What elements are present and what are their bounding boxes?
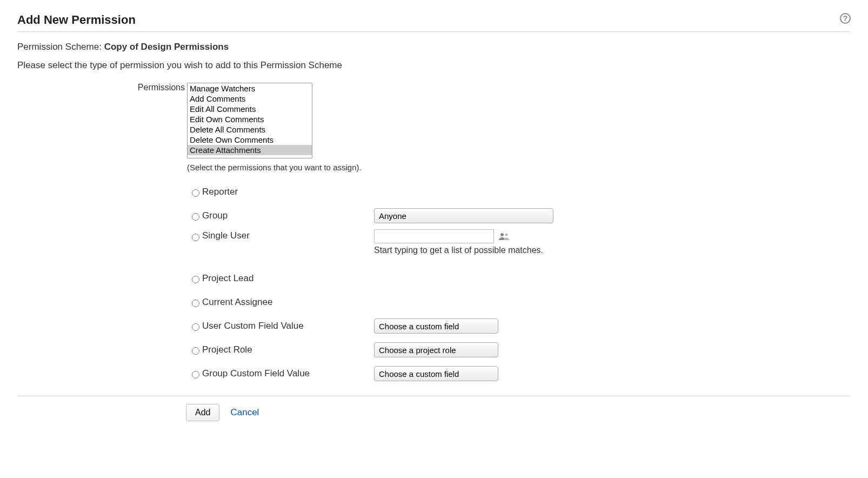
radio-single-user[interactable] xyxy=(192,233,199,242)
label-current-assignee: Current Assignee xyxy=(201,297,374,308)
permission-option[interactable]: Edit Own Comments xyxy=(188,114,312,124)
permission-option[interactable]: Delete Own Comments xyxy=(188,135,312,145)
permissions-multiselect[interactable]: Manage Watchers Add Comments Edit All Co… xyxy=(187,83,312,158)
label-group: Group xyxy=(201,210,374,221)
radio-current-assignee[interactable] xyxy=(192,299,199,308)
svg-point-1 xyxy=(505,233,508,236)
permission-option[interactable]: Edit All Comments xyxy=(188,104,312,114)
user-custom-field-select[interactable]: Choose a custom field xyxy=(374,318,498,334)
permission-option[interactable]: Delete All Comments xyxy=(188,124,312,135)
radio-project-role[interactable] xyxy=(192,347,199,355)
scheme-line: Permission Scheme: Copy of Design Permis… xyxy=(17,42,851,52)
radio-group-custom-field[interactable] xyxy=(192,370,199,379)
label-single-user: Single User xyxy=(201,229,374,241)
radio-group[interactable] xyxy=(192,213,199,221)
add-button[interactable]: Add xyxy=(186,404,219,421)
radio-project-lead[interactable] xyxy=(192,275,199,284)
svg-point-0 xyxy=(500,233,504,236)
permissions-label: Permissions xyxy=(17,83,185,92)
instruction-text: Please select the type of permission you… xyxy=(17,60,851,71)
cancel-link[interactable]: Cancel xyxy=(230,407,259,418)
single-user-input[interactable] xyxy=(374,229,494,243)
radio-user-custom-field[interactable] xyxy=(192,323,199,331)
label-project-role: Project Role xyxy=(201,344,374,355)
permission-option[interactable]: Manage Watchers xyxy=(188,83,312,94)
scheme-name: Copy of Design Permissions xyxy=(104,42,229,52)
project-role-select[interactable]: Choose a project role xyxy=(374,342,498,357)
user-picker-icon[interactable] xyxy=(498,232,510,241)
group-select[interactable]: Anyone xyxy=(374,208,553,223)
label-group-custom-field: Group Custom Field Value xyxy=(201,368,374,379)
permission-option[interactable]: Add Comments xyxy=(188,94,312,104)
label-project-lead: Project Lead xyxy=(201,273,374,284)
help-icon[interactable]: ? xyxy=(840,13,851,24)
group-custom-field-select[interactable]: Choose a custom field xyxy=(374,366,498,381)
permission-option[interactable]: Create Attachments xyxy=(188,145,312,155)
label-user-custom-field: User Custom Field Value xyxy=(201,321,374,331)
scheme-prefix: Permission Scheme: xyxy=(17,42,104,52)
footer-divider xyxy=(17,396,851,396)
radio-reporter[interactable] xyxy=(192,189,199,197)
label-reporter: Reporter xyxy=(201,187,374,197)
single-user-hint: Start typing to get a list of possible m… xyxy=(374,245,543,255)
page-title: Add New Permission xyxy=(17,13,136,27)
permissions-hint: (Select the permissions that you want to… xyxy=(187,163,362,172)
